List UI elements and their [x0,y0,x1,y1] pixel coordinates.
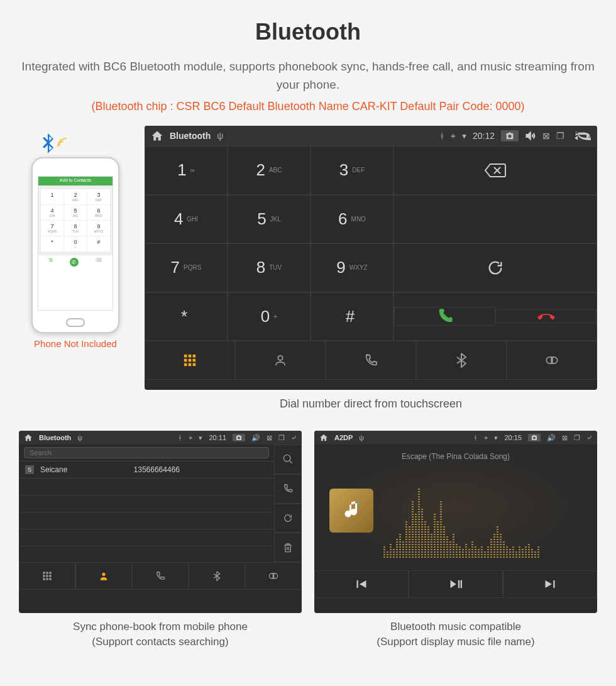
dial-key-1[interactable]: 1∞ [145,146,228,195]
svg-rect-6 [184,363,187,367]
redial-button[interactable] [393,243,597,292]
status-bar: Bluetooth ψ ᚼ ⌖ ▾ 20:12 ⊠ ❐ [145,126,597,146]
home-icon[interactable] [24,433,33,442]
contact-row[interactable]: SSeicane13566664466 [19,462,274,479]
nav-keypad[interactable] [145,341,235,380]
dial-key-3[interactable]: 3DEF [311,146,393,195]
sync-button[interactable] [274,504,302,533]
phonebook-caption: Sync phone-book from mobile phone (Suppo… [19,619,302,650]
nav-contacts[interactable] [75,562,132,590]
volume-icon[interactable]: 🔊 [547,434,556,442]
phone-contacts-bar: Add to Contacts [38,177,113,185]
recent-icon[interactable]: ❐ [574,434,580,442]
screenshot-icon[interactable] [501,130,519,141]
nav-calllog[interactable] [326,341,416,380]
nav-keypad[interactable] [19,562,75,590]
song-title: Escape (The Pina Colada Song) [314,452,597,461]
search-input[interactable] [24,447,269,458]
volume-icon[interactable]: 🔊 [251,434,260,442]
svg-rect-0 [184,355,187,358]
contact-row-empty [19,495,274,512]
prev-button[interactable] [314,570,409,598]
back-icon[interactable]: ⤶ [291,434,297,442]
dial-key-5[interactable]: 5JKL [228,195,311,244]
dial-key-7[interactable]: 7PQRS [145,243,228,292]
next-button[interactable] [503,570,597,598]
nav-pair[interactable] [245,562,302,590]
back-icon[interactable]: ⤶ [586,434,592,442]
close-icon[interactable]: ⊠ [542,131,550,141]
phone-key-3: 3DEF [87,189,110,204]
contact-row-empty [19,529,274,546]
dial-key-2[interactable]: 2ABC [228,146,311,195]
dial-key-0[interactable]: 0+ [228,292,311,341]
nav-contacts[interactable] [235,341,326,380]
backspace-button[interactable] [393,146,597,195]
bluetooth-status-icon: ᚼ [439,131,444,141]
delete-button[interactable] [274,533,302,562]
recent-icon[interactable]: ❐ [278,434,285,442]
equalizer [383,482,585,558]
svg-rect-17 [49,578,51,580]
nav-bluetooth[interactable] [189,562,245,590]
wifi-icon: ▾ [462,131,466,141]
home-icon[interactable] [151,130,163,142]
empty-cell [393,195,597,244]
close-icon[interactable]: ⊠ [562,434,568,442]
phone-key-5: 5JKL [64,205,87,220]
phonebook-device: Bluetooth ψ ᚼ ⌖ ▾ 20:11 🔊 ⊠ ❐ ⤶ SSeicane… [19,431,302,613]
phone-key-0: 0+ [64,236,87,252]
phone-key-*: * [41,236,63,252]
usb-icon: ψ [217,131,223,141]
wifi-icon: ▾ [199,434,202,442]
search-button[interactable] [274,445,302,474]
svg-rect-1 [189,355,192,358]
page-title: Bluetooth [19,19,597,45]
call-button[interactable] [274,474,302,504]
svg-rect-3 [184,359,187,362]
phone-home-button [66,318,85,327]
screenshot-icon[interactable] [528,434,541,441]
contact-row-empty [19,479,274,495]
svg-rect-13 [46,575,48,577]
dial-key-6[interactable]: 6MNO [311,195,393,244]
phone-key-4: 4GHI [41,205,63,220]
phone-key-#: # [87,236,110,252]
close-icon[interactable]: ⊠ [267,434,272,442]
phone-key-9: 9WXYZ [87,221,110,236]
clock: 20:15 [504,434,522,441]
volume-icon[interactable] [525,131,536,141]
dial-key-*[interactable]: * [145,292,228,341]
dial-key-4[interactable]: 4GHI [145,195,228,244]
svg-rect-16 [46,578,48,580]
phone-key-1: 1 [41,189,63,204]
phone-call-icon: ✆ [70,258,79,267]
recent-icon[interactable]: ❐ [556,131,564,141]
dial-key-#[interactable]: # [311,292,393,341]
back-icon[interactable] [575,131,591,141]
nav-bluetooth[interactable] [416,341,507,380]
call-button[interactable] [394,307,495,326]
status-title: Bluetooth [170,131,211,141]
nav-calllog[interactable] [132,562,189,590]
bluetooth-status-icon: ᚼ [473,434,478,441]
status-bar: Bluetooth ψ ᚼ ⌖ ▾ 20:11 🔊 ⊠ ❐ ⤶ [19,431,302,445]
bluetooth-icon [39,133,57,155]
play-pause-button[interactable] [409,570,503,598]
phone-mockup: Add to Contacts 12ABC3DEF4GHI5JKL6MNO7PQ… [31,157,119,333]
nav-pair[interactable] [507,341,597,380]
dial-key-8[interactable]: 8TUV [228,243,311,292]
dial-key-9[interactable]: 9WXYZ [311,243,393,292]
home-icon[interactable] [319,433,328,442]
phone-key-8: 8TUV [64,221,87,236]
screenshot-icon[interactable] [233,434,245,441]
phone-caption: Phone Not Included [19,338,132,349]
bluetooth-status-icon: ᚼ [178,434,182,441]
phone-menu-icon: ☰ [49,258,53,267]
hangup-button[interactable] [495,309,597,323]
music-device: A2DP ψ ᚼ ⌖ ▾ 20:15 🔊 ⊠ ❐ ⤶ Escape (The P… [314,431,597,613]
svg-rect-8 [193,363,196,367]
music-caption: Bluetooth music compatible (Support disp… [314,619,597,650]
usb-icon: ψ [77,434,82,441]
svg-rect-2 [193,355,196,358]
